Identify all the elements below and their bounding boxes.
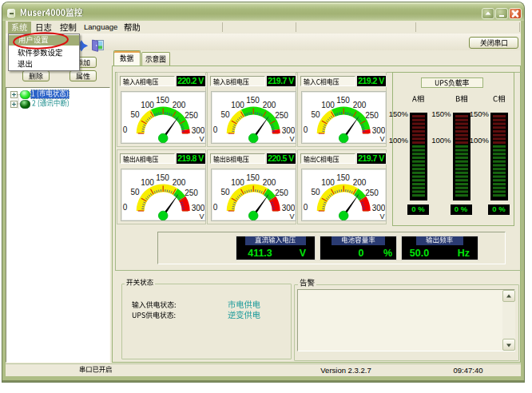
svg-text:V: V [379,134,384,142]
svg-text:250: 250 [365,111,379,120]
svg-text:50: 50 [311,188,320,196]
svg-text:0: 0 [212,202,217,211]
svg-text:50: 50 [220,110,230,119]
svg-text:200: 200 [172,101,185,109]
svg-text:200: 200 [262,101,276,109]
svg-text:100: 100 [141,177,154,186]
svg-text:250: 250 [185,111,198,120]
svg-text:0: 0 [212,125,217,133]
svg-text:100: 100 [141,100,154,109]
svg-text:0: 0 [303,125,308,133]
svg-text:300: 300 [191,203,204,212]
svg-text:0: 0 [122,125,127,133]
svg-text:300: 300 [281,203,294,212]
svg-text:V: V [199,212,204,220]
svg-text:300: 300 [371,125,384,134]
svg-text:250: 250 [185,189,198,197]
svg-text:150: 150 [336,173,350,182]
svg-text:V: V [289,212,294,220]
svg-text:50: 50 [311,110,320,119]
svg-text:150: 150 [336,96,350,105]
svg-text:50: 50 [220,188,230,196]
svg-text:100: 100 [321,100,335,109]
svg-text:300: 300 [281,125,294,134]
svg-text:300: 300 [371,203,384,212]
svg-text:0: 0 [122,202,127,211]
svg-text:200: 200 [172,178,185,187]
svg-text:50: 50 [130,188,140,196]
svg-text:100: 100 [321,177,335,186]
svg-text:V: V [289,134,294,142]
svg-text:200: 200 [262,178,276,187]
svg-text:150: 150 [156,96,169,105]
svg-text:V: V [379,212,384,220]
svg-text:0: 0 [303,202,308,211]
svg-text:150: 150 [246,173,260,182]
svg-text:100: 100 [231,100,244,109]
svg-text:200: 200 [352,178,366,187]
svg-text:250: 250 [275,189,288,197]
svg-text:300: 300 [191,125,204,134]
svg-text:250: 250 [275,111,288,120]
svg-text:150: 150 [246,96,260,105]
svg-text:150: 150 [156,173,169,182]
svg-text:50: 50 [130,110,140,119]
svg-text:V: V [199,134,204,142]
svg-text:100: 100 [231,177,244,186]
svg-text:200: 200 [352,101,366,109]
svg-text:250: 250 [365,189,379,197]
